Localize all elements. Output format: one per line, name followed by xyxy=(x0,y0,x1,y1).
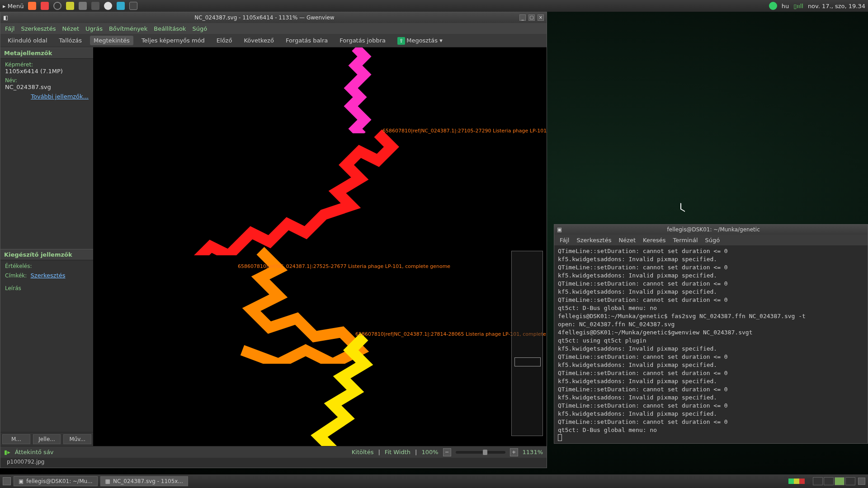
thumbnail-bar-toggle[interactable]: Áttekintő sáv xyxy=(15,449,54,455)
close-button[interactable]: × xyxy=(538,14,544,21)
network-icon[interactable]: ▯ııll xyxy=(793,3,803,9)
tb-rotate-right[interactable]: Forgatás jobbra xyxy=(336,36,389,45)
mouse-cursor-icon xyxy=(680,204,686,212)
extra-section-title: Kiegészítő jellemzők xyxy=(0,249,93,260)
clock[interactable]: nov. 17., szo, 19.34 xyxy=(808,3,865,9)
workspace-1[interactable] xyxy=(813,477,823,485)
workspace-4[interactable] xyxy=(845,477,855,485)
term-menu-edit[interactable]: Szerkesztés xyxy=(576,237,611,244)
terminal-menubar: Fájl Szerkesztés Nézet Keresés Terminál … xyxy=(554,235,868,245)
term-menu-terminal[interactable]: Terminál xyxy=(673,237,698,244)
image-size-value: 1105x6414 (7.1MP) xyxy=(5,68,89,75)
menu-file[interactable]: Fájl xyxy=(5,25,14,32)
app-icon-3[interactable] xyxy=(53,2,61,10)
terminal-icon: ▣ xyxy=(19,478,24,484)
gwenview-window: ◧ NC_024387.svg - 1105x6414 - 1131% — Gw… xyxy=(0,12,547,468)
bluetooth-icon[interactable] xyxy=(769,2,777,10)
tb-prev[interactable]: Előző xyxy=(213,36,236,45)
terminal-output[interactable]: QTimeLine::setDuration: cannot set durat… xyxy=(554,245,868,443)
menu-view[interactable]: Nézet xyxy=(62,25,79,32)
birds-eye-view[interactable] xyxy=(511,251,543,436)
genome-label-2: 658607810|ref|NC_024387.1|:27525-27677 L… xyxy=(238,263,450,269)
zoom-100[interactable]: 100% xyxy=(421,449,438,455)
sidebar-tab-folders[interactable]: M... xyxy=(2,434,30,444)
thumbnail-bar-toggle-icon[interactable]: ▮▸ xyxy=(4,449,10,455)
terminal-title: fellegis@DSK01: ~/Munka/genetic xyxy=(562,226,865,233)
app-icon-2[interactable] xyxy=(41,2,49,10)
window-title: NC_024387.svg - 1105x6414 - 1131% — Gwen… xyxy=(12,14,517,21)
app-icon-7[interactable] xyxy=(104,2,112,10)
tags-label: Címkék: xyxy=(5,272,27,279)
gwenview-titlebar[interactable]: ◧ NC_024387.svg - 1105x6414 - 1131% — Gw… xyxy=(0,12,547,23)
description-label: Leírás xyxy=(5,285,89,291)
image-size-label: Képméret: xyxy=(5,61,89,68)
tb-start-page[interactable]: Kiinduló oldal xyxy=(4,36,51,45)
tb-share[interactable]: ⇪Megosztás ▾ xyxy=(394,36,446,45)
app-icon-6[interactable] xyxy=(91,2,99,10)
gwenview-sidebar: Metajellemzők Képméret: 1105x6414 (7.1MP… xyxy=(0,47,93,446)
taskbar-task-terminal[interactable]: ▣fellegis@DSK01: ~/Mu... xyxy=(14,476,98,486)
zoom-in-button[interactable]: + xyxy=(510,448,518,456)
zoom-value: 1131% xyxy=(523,449,543,455)
app-icon-8[interactable] xyxy=(117,2,125,10)
filestrip-filename[interactable]: p1000792.jpg xyxy=(0,458,547,468)
terminal-titlebar[interactable]: ▣ fellegis@DSK01: ~/Munka/genetic xyxy=(554,225,868,235)
menu-settings[interactable]: Beállítások xyxy=(154,25,186,32)
meta-section-title: Metajellemzők xyxy=(0,47,93,59)
app-icon-5[interactable] xyxy=(79,2,87,10)
firefox-icon[interactable] xyxy=(28,2,36,10)
color-picker-tray[interactable] xyxy=(788,479,810,484)
birds-eye-viewport[interactable] xyxy=(514,357,541,366)
menu-edit[interactable]: Szerkesztés xyxy=(21,25,56,32)
gwenview-menubar: Fájl Szerkesztés Nézet Ugrás Bővítmények… xyxy=(0,23,547,34)
sidebar-tab-ops[interactable]: Műv... xyxy=(63,434,91,444)
sidebar-tabs: M... Jelle... Műv... xyxy=(0,432,93,446)
genome-path-yellow xyxy=(251,328,387,446)
zoom-fill[interactable]: Kitöltés xyxy=(352,449,374,455)
image-name-label: Név: xyxy=(5,77,89,84)
show-desktop-button[interactable] xyxy=(3,477,11,485)
minimize-button[interactable]: _ xyxy=(519,14,526,21)
tb-rotate-left[interactable]: Forgatás balra xyxy=(282,36,331,45)
menu-plugins[interactable]: Bővítmények xyxy=(109,25,147,32)
terminal-icon: ▣ xyxy=(557,226,562,233)
tb-browse[interactable]: Tallózás xyxy=(56,36,86,45)
zoom-out-button[interactable]: − xyxy=(443,448,451,456)
workspace-2[interactable] xyxy=(824,477,834,485)
term-menu-file[interactable]: Fájl xyxy=(560,237,569,244)
zoom-slider[interactable] xyxy=(456,451,505,454)
image-viewport[interactable]: 658607810|ref|NC_024387.1|:27105-27290 L… xyxy=(93,47,547,446)
start-menu-button[interactable]: ▸ Menü xyxy=(3,3,24,9)
maximize-button[interactable]: ▢ xyxy=(528,14,535,21)
term-menu-view[interactable]: Nézet xyxy=(618,237,636,244)
tb-view[interactable]: Megtekintés xyxy=(90,36,133,45)
taskbar-task-gwenview[interactable]: ▦NC_024387.svg - 1105x... xyxy=(100,476,188,486)
workspace-pager[interactable] xyxy=(813,477,855,485)
image-icon: ▦ xyxy=(105,478,110,484)
zoom-fit-width[interactable]: Fit Width xyxy=(385,449,410,455)
more-properties-link[interactable]: További jellemzők... xyxy=(31,93,89,100)
menu-go[interactable]: Ugrás xyxy=(85,25,103,32)
gwenview-statusbar: ▮▸ Áttekintő sáv Kitöltés | Fit Width | … xyxy=(0,446,547,458)
top-panel: ▸ Menü hu ▯ııll nov. 17., szo, 19.34 xyxy=(0,0,868,12)
share-icon: ⇪ xyxy=(397,37,405,45)
tb-next[interactable]: Következő xyxy=(240,36,277,45)
gwenview-toolbar: Kiinduló oldal Tallózás Megtekintés Telj… xyxy=(0,34,547,47)
term-menu-search[interactable]: Keresés xyxy=(643,237,665,244)
app-icon-4[interactable] xyxy=(66,2,74,10)
taskbar: ▣fellegis@DSK01: ~/Mu... ▦NC_024387.svg … xyxy=(0,474,868,488)
tray-icon[interactable] xyxy=(858,478,865,485)
genome-path-red xyxy=(188,124,414,255)
term-menu-help[interactable]: Súgó xyxy=(705,237,720,244)
keyboard-layout-indicator[interactable]: hu xyxy=(782,3,789,9)
genome-path-magenta xyxy=(328,47,392,133)
tb-fullscreen[interactable]: Teljes képernyős mód xyxy=(138,36,208,45)
sidebar-tab-info[interactable]: Jelle... xyxy=(33,434,61,444)
rating-label: Értékelés: xyxy=(5,263,89,269)
app-icon-9[interactable] xyxy=(129,2,137,10)
image-name-value: NC_024387.svg xyxy=(5,84,89,90)
workspace-3[interactable] xyxy=(835,477,844,485)
menu-help[interactable]: Súgó xyxy=(192,25,207,32)
terminal-window: ▣ fellegis@DSK01: ~/Munka/genetic Fájl S… xyxy=(554,224,868,444)
tags-edit-link[interactable]: Szerkesztés xyxy=(31,272,66,279)
